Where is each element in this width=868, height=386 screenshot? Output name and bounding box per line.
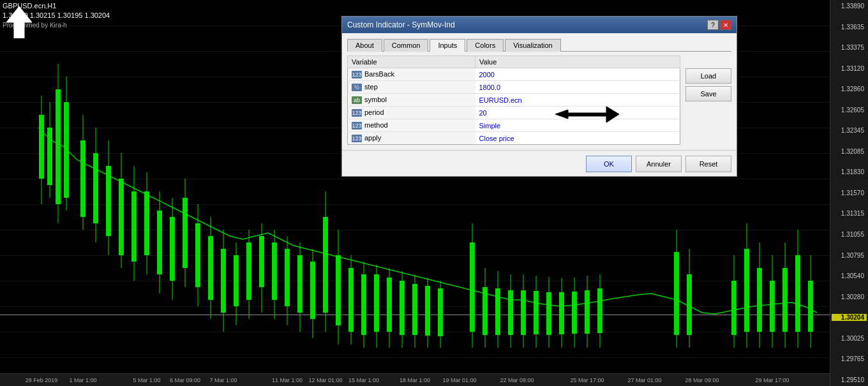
svg-rect-106 <box>808 281 813 332</box>
param-value-cell[interactable]: Simple <box>475 119 680 132</box>
close-button[interactable]: ✕ <box>720 20 731 30</box>
time-label: 28 Mar 09:00 <box>685 377 719 383</box>
time-label: 7 Mar 1:00 <box>209 377 237 383</box>
col-variable-header: Variable <box>348 56 475 68</box>
svg-rect-82 <box>559 292 564 334</box>
svg-rect-54 <box>361 274 366 335</box>
price-label: 1.31315 <box>832 210 867 217</box>
price-label: 1.29510 <box>832 376 867 383</box>
param-value-symbol[interactable]: EURUSD.ecn <box>475 94 680 107</box>
params-table-section: Variable Value 123BarsBack 2000 <box>347 56 680 145</box>
dialog-title: Custom Indicator - SymMov-Ind <box>347 20 455 29</box>
svg-rect-80 <box>546 292 551 335</box>
time-label: 15 Mar 1:00 <box>348 377 379 383</box>
price-label: 1.33890 <box>832 3 867 10</box>
svg-rect-4 <box>47 128 52 185</box>
param-icon-num3: 123 <box>352 122 362 130</box>
param-value-cell[interactable]: 1800.0 <box>475 81 680 94</box>
time-label: 19 Mar 01:00 <box>442 377 476 383</box>
table-row: 123period 20 <box>348 107 680 119</box>
svg-rect-24 <box>170 217 175 281</box>
svg-rect-58 <box>387 278 392 332</box>
price-label: 1.32345 <box>832 127 867 134</box>
time-label: 27 Mar 01:00 <box>627 377 661 383</box>
svg-rect-8 <box>64 102 69 198</box>
price-axis: 1.33890 1.33635 1.33375 1.33120 1.32860 … <box>830 0 868 386</box>
time-label: 11 Mar 1:00 <box>272 377 303 383</box>
svg-rect-90 <box>674 252 679 335</box>
svg-rect-6 <box>56 89 61 204</box>
load-button[interactable]: Load <box>685 68 731 84</box>
svg-rect-94 <box>731 281 737 335</box>
price-label: 1.31570 <box>832 189 867 197</box>
svg-rect-96 <box>744 249 749 332</box>
help-button[interactable]: ? <box>707 20 719 30</box>
svg-rect-2 <box>39 115 44 179</box>
price-label: 1.30025 <box>832 335 867 342</box>
svg-rect-92 <box>687 274 692 335</box>
titlebar-buttons: ? ✕ <box>707 20 731 30</box>
svg-rect-88 <box>597 288 602 333</box>
price-label: 1.30540 <box>832 272 867 279</box>
param-name-cell: absymbol <box>348 94 475 107</box>
param-value-cell[interactable]: 20 <box>475 107 680 119</box>
svg-rect-66 <box>438 288 443 336</box>
tab-about[interactable]: About <box>347 39 382 52</box>
param-value-cell[interactable]: 2000 <box>475 68 680 81</box>
dialog-body: About Common Inputs Colors Visualization… <box>342 33 737 150</box>
side-buttons: Load Save <box>685 56 731 145</box>
param-icon-num2: 123 <box>352 109 362 117</box>
tab-inputs[interactable]: Inputs <box>430 39 465 52</box>
svg-rect-104 <box>795 255 800 332</box>
svg-rect-22 <box>157 211 162 274</box>
ok-button[interactable]: OK <box>586 156 632 172</box>
svg-rect-62 <box>412 284 417 335</box>
param-name-cell: 123period <box>348 107 475 119</box>
dialog-footer: OK Annuler Reset <box>342 150 737 176</box>
table-row: 123apply Close price <box>348 132 680 145</box>
svg-rect-78 <box>534 291 539 334</box>
svg-rect-100 <box>770 281 775 332</box>
price-label: 1.33375 <box>832 44 867 51</box>
time-label: 28 Feb 2019 <box>26 377 58 383</box>
param-icon-num: 123 <box>352 71 362 78</box>
param-value-cell[interactable]: Close price <box>475 132 680 145</box>
save-button[interactable]: Save <box>685 86 731 101</box>
svg-rect-76 <box>521 290 526 335</box>
current-price-label: 1.30204 <box>832 314 867 321</box>
table-row: ½step 1800.0 <box>348 81 680 94</box>
svg-rect-14 <box>106 166 111 236</box>
param-name-cell: 123apply <box>348 132 475 145</box>
custom-indicator-dialog: Custom Indicator - SymMov-Ind ? ✕ About … <box>341 16 737 177</box>
price-label: 1.32085 <box>832 148 867 155</box>
param-name-cell: 123method <box>348 119 475 132</box>
svg-rect-68 <box>470 242 475 332</box>
svg-rect-64 <box>425 286 430 336</box>
params-table: Variable Value 123BarsBack 2000 <box>347 56 680 145</box>
price-label: 1.32605 <box>832 107 867 114</box>
svg-rect-102 <box>782 268 788 332</box>
svg-rect-44 <box>297 255 303 313</box>
table-row: absymbol EURUSD.ecn <box>348 94 680 107</box>
svg-rect-28 <box>195 223 200 287</box>
reset-button[interactable]: Reset <box>685 156 731 172</box>
price-label: 1.29765 <box>832 355 867 362</box>
time-label: 29 Mar 17:00 <box>755 377 789 383</box>
dialog-tabs: About Common Inputs Colors Visualization <box>347 38 731 52</box>
svg-rect-70 <box>483 287 488 335</box>
svg-rect-42 <box>285 249 290 306</box>
table-wrapper: Variable Value 123BarsBack 2000 <box>347 56 731 145</box>
col-value-header: Value <box>475 56 680 68</box>
tab-colors[interactable]: Colors <box>467 39 504 52</box>
svg-rect-84 <box>572 292 577 334</box>
cancel-button[interactable]: Annuler <box>636 156 682 172</box>
time-label: 6 Mar 09:00 <box>170 377 200 383</box>
svg-rect-20 <box>144 191 149 255</box>
time-label: 18 Mar 1:00 <box>400 377 430 383</box>
svg-rect-16 <box>119 179 124 255</box>
price-label: 1.30280 <box>832 293 867 301</box>
tab-visualization[interactable]: Visualization <box>505 39 561 52</box>
tab-common[interactable]: Common <box>384 39 429 52</box>
svg-rect-10 <box>80 140 86 217</box>
svg-rect-26 <box>183 198 188 268</box>
